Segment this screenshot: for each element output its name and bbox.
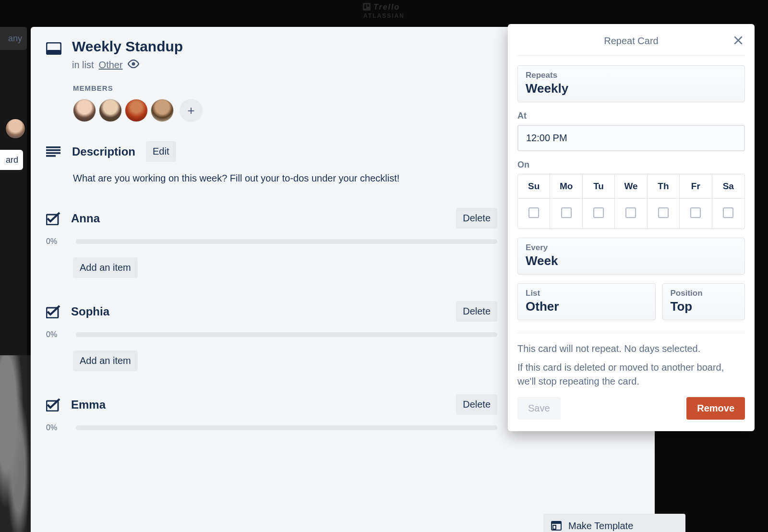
svg-rect-15 bbox=[552, 521, 561, 524]
add-item-button[interactable]: Add an item bbox=[73, 351, 138, 371]
day-head-th: Th bbox=[648, 174, 680, 199]
day-check-fr[interactable] bbox=[690, 207, 701, 218]
make-template-label: Make Template bbox=[568, 520, 633, 532]
template-icon bbox=[551, 521, 562, 531]
list-value: Other bbox=[526, 299, 648, 314]
description-text[interactable]: What are you working on this week? Fill … bbox=[73, 171, 497, 185]
day-check-sa[interactable] bbox=[723, 207, 733, 218]
popover-warning: This card will not repeat. No days selec… bbox=[517, 342, 745, 356]
day-head-fr: Fr bbox=[680, 174, 712, 199]
day-head-tu: Tu bbox=[583, 174, 615, 199]
delete-checklist-button[interactable]: Delete bbox=[456, 208, 497, 229]
checklist-icon bbox=[46, 305, 60, 318]
description-heading: Description bbox=[72, 145, 135, 158]
day-check-tu[interactable] bbox=[593, 207, 604, 218]
popover-title: Repeat Card bbox=[604, 36, 658, 46]
svg-rect-0 bbox=[363, 3, 371, 11]
list-link[interactable]: Other bbox=[99, 60, 123, 71]
days-grid: Su Mo Tu We Th Fr Sa bbox=[517, 174, 745, 229]
checklist-title[interactable]: Sophia bbox=[71, 305, 109, 318]
every-field[interactable]: Every Week bbox=[517, 238, 745, 275]
description-icon bbox=[46, 146, 61, 157]
svg-rect-8 bbox=[46, 149, 60, 151]
svg-rect-5 bbox=[47, 50, 61, 54]
watch-icon[interactable] bbox=[128, 60, 139, 71]
background-image bbox=[0, 355, 31, 532]
position-label: Position bbox=[671, 289, 737, 298]
day-head-sa: Sa bbox=[712, 174, 744, 199]
checklist-progress bbox=[76, 425, 497, 430]
day-head-su: Su bbox=[518, 174, 550, 199]
day-check-mo[interactable] bbox=[561, 207, 572, 218]
day-check-we[interactable] bbox=[625, 207, 636, 218]
repeats-field[interactable]: Repeats Weekly bbox=[517, 65, 745, 102]
member-avatar[interactable] bbox=[99, 99, 122, 122]
close-icon bbox=[734, 36, 743, 45]
day-check-su[interactable] bbox=[528, 207, 539, 218]
position-field[interactable]: Position Top bbox=[662, 283, 745, 320]
card-title[interactable]: Weekly Standup bbox=[72, 38, 183, 55]
at-label: At bbox=[517, 111, 745, 121]
members-row: + bbox=[73, 99, 497, 122]
svg-rect-2 bbox=[367, 4, 369, 7]
svg-rect-10 bbox=[46, 155, 56, 157]
checklist-icon bbox=[46, 212, 60, 225]
svg-point-6 bbox=[132, 62, 135, 66]
trello-logo: Trello bbox=[363, 2, 405, 12]
add-item-button[interactable]: Add an item bbox=[73, 257, 138, 278]
checklist-title[interactable]: Emma bbox=[71, 398, 106, 411]
checklist-percent: 0% bbox=[46, 330, 67, 339]
svg-text:Trello: Trello bbox=[373, 3, 400, 11]
close-button[interactable] bbox=[732, 35, 745, 48]
remove-button[interactable]: Remove bbox=[686, 397, 745, 420]
list-field[interactable]: List Other bbox=[517, 283, 656, 320]
make-template-button[interactable]: Make Template bbox=[543, 514, 685, 532]
background-card-sliver: ard bbox=[0, 150, 23, 170]
top-bar: Trello ATLASSIAN bbox=[0, 0, 768, 21]
checklist-progress bbox=[76, 239, 497, 244]
repeat-card-popover: Repeat Card Repeats Weekly At On Su Mo T… bbox=[508, 24, 755, 431]
every-value: Week bbox=[526, 254, 737, 268]
svg-rect-7 bbox=[46, 146, 60, 148]
svg-rect-9 bbox=[46, 152, 60, 154]
on-label: On bbox=[517, 160, 745, 170]
background-tab: any bbox=[0, 27, 27, 50]
card-icon bbox=[46, 38, 61, 55]
delete-checklist-button[interactable]: Delete bbox=[456, 301, 497, 322]
checklist-title[interactable]: Anna bbox=[71, 212, 100, 225]
position-value: Top bbox=[671, 299, 737, 314]
list-label: List bbox=[526, 289, 648, 298]
members-label: MEMBERS bbox=[73, 84, 497, 92]
checklist-icon bbox=[46, 398, 60, 411]
add-member-button[interactable]: + bbox=[180, 99, 203, 122]
delete-checklist-button[interactable]: Delete bbox=[456, 394, 497, 415]
day-head-mo: Mo bbox=[550, 174, 582, 199]
checklist-progress bbox=[76, 332, 497, 337]
svg-rect-16 bbox=[553, 525, 556, 529]
time-input[interactable] bbox=[517, 125, 745, 151]
popover-note: If this card is deleted or moved to anot… bbox=[517, 361, 745, 388]
member-avatar[interactable] bbox=[125, 99, 148, 122]
member-avatar[interactable] bbox=[73, 99, 96, 122]
day-head-we: We bbox=[615, 174, 647, 199]
repeats-label: Repeats bbox=[526, 71, 737, 80]
save-button[interactable]: Save bbox=[517, 397, 561, 420]
checklist-percent: 0% bbox=[46, 237, 67, 246]
member-avatar[interactable] bbox=[151, 99, 174, 122]
background-avatar bbox=[5, 118, 26, 139]
in-list-prefix: in list bbox=[72, 60, 94, 71]
repeats-value: Weekly bbox=[526, 81, 737, 96]
popover-divider bbox=[517, 333, 745, 333]
checklist-percent: 0% bbox=[46, 423, 67, 432]
day-check-th[interactable] bbox=[658, 207, 669, 218]
svg-rect-1 bbox=[364, 4, 366, 9]
edit-description-button[interactable]: Edit bbox=[146, 141, 176, 162]
brand-sub: ATLASSIAN bbox=[363, 12, 405, 19]
every-label: Every bbox=[526, 243, 737, 253]
